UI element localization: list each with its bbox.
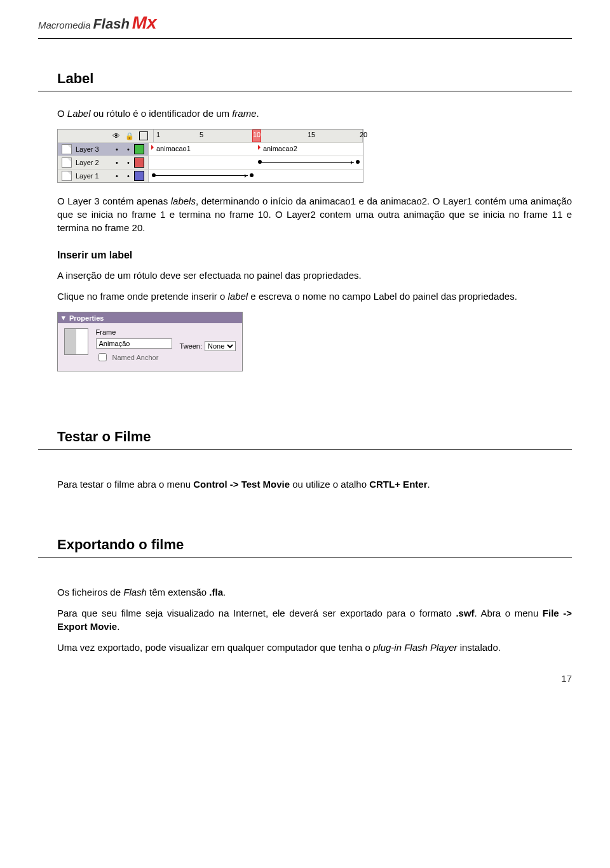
- layer-color-swatch: [134, 144, 144, 154]
- text: ou utilize o atalho: [290, 479, 369, 490]
- tween-select[interactable]: None: [205, 341, 236, 351]
- layer-track: [149, 156, 363, 169]
- subhead-inserir-label: Inserir um label: [57, 250, 572, 261]
- brand-flash: Flash: [93, 16, 129, 32]
- tween-arrow: [262, 162, 354, 163]
- layer-name: Layer 2: [74, 159, 111, 166]
- tween-label: Tween:: [180, 342, 202, 350]
- section-rule: [38, 449, 572, 450]
- page-header: Macromedia Flash Mx: [38, 13, 572, 33]
- italic-frame: frame: [232, 108, 256, 119]
- timeline-header-icons: 👁 🔒: [58, 130, 154, 142]
- brand-mx: Mx: [132, 13, 157, 32]
- keyframe-dot: [356, 160, 360, 164]
- label-intro-paragraph: O Label ou rótulo é o identificador de u…: [57, 107, 572, 120]
- layer-color-swatch: [134, 157, 144, 168]
- text: Para que seu filme seja visualizado na I…: [57, 608, 456, 618]
- text: O: [57, 108, 67, 119]
- inserir-p1: A inserção de um rótulo deve ser efectua…: [57, 269, 572, 282]
- italic-labels: labels: [171, 196, 196, 206]
- lock-dot: •: [123, 145, 134, 153]
- lock-dot: •: [123, 159, 134, 166]
- timeline-screenshot: 👁 🔒 1 5 10 15 20 Layer 3 • •: [57, 129, 363, 183]
- visibility-dot: •: [111, 159, 123, 166]
- ruler-tick: 10: [253, 131, 261, 138]
- timeline-caption-paragraph: O Layer 3 contém apenas labels, determin…: [57, 194, 572, 234]
- frame-label-row: Frame: [96, 328, 172, 336]
- text: .: [427, 479, 430, 490]
- ruler-tick: 20: [360, 131, 367, 138]
- text: e escreva o nome no campo Label do paine…: [248, 291, 517, 302]
- named-anchor-checkbox[interactable]: [98, 353, 107, 361]
- named-anchor-row: Named Anchor: [96, 351, 172, 363]
- section-testar-title: Testar o Filme: [57, 429, 572, 445]
- export-p3: Uma vez exportado, pode visualizar em qu…: [57, 641, 572, 654]
- lock-icon: 🔒: [125, 132, 134, 140]
- frame-label: animacao1: [156, 145, 191, 152]
- export-p2: Para que seu filme seja visualizado na I…: [57, 606, 572, 633]
- frame-label-input[interactable]: [96, 338, 172, 349]
- text: .: [117, 621, 119, 632]
- properties-panel-screenshot: ▾ Properties Frame Named Anchor Tween: N…: [57, 312, 243, 371]
- section-label-title: Label: [57, 70, 572, 87]
- label-flag-icon: [258, 145, 263, 150]
- outline-box-icon: [139, 131, 148, 140]
- ruler-tick: 5: [200, 131, 203, 138]
- bold-swf: .swf: [456, 608, 474, 618]
- eye-icon: 👁: [112, 131, 120, 140]
- testar-paragraph: Para testar o filme abra o menu Control …: [57, 477, 572, 491]
- frame-label: animacao2: [263, 145, 297, 152]
- text: . Abra o menu: [475, 608, 543, 618]
- layer-icon: [62, 157, 72, 168]
- keyframe-dot: [250, 173, 254, 177]
- frame-thumbnail-icon: [64, 328, 88, 355]
- visibility-dot: •: [111, 172, 123, 180]
- section-rule: [38, 91, 572, 91]
- text: Os ficheiros de: [57, 587, 123, 598]
- layer-track: [149, 170, 363, 182]
- italic-label: label: [228, 291, 248, 302]
- timeline-ruler: 1 5 10 15 20: [154, 130, 363, 142]
- section-rule: [38, 557, 572, 558]
- text: Para testar o filme abra o menu: [57, 479, 193, 490]
- lock-dot: •: [123, 172, 134, 180]
- brand-macromedia: Macromedia: [38, 20, 91, 30]
- italic-label: Label: [67, 108, 91, 119]
- header-rule: [38, 38, 572, 39]
- text: Uma vez exportado, pode visualizar em qu…: [57, 642, 373, 653]
- visibility-dot: •: [111, 145, 123, 153]
- text: ou rótulo é o identificador de um: [91, 108, 233, 119]
- bold-ctrl-enter: CRTL+ Enter: [369, 479, 427, 490]
- page-number: 17: [38, 673, 572, 684]
- tween-arrow: [156, 175, 248, 176]
- ruler-tick: 1: [156, 131, 160, 138]
- field-label: Frame: [96, 328, 116, 336]
- italic-flash: Flash: [123, 587, 147, 598]
- layer-color-swatch: [134, 171, 144, 181]
- layer-name: Layer 1: [74, 172, 111, 180]
- layer-icon: [62, 171, 72, 181]
- italic-plugin: plug-in Flash Player: [373, 642, 458, 653]
- text: .: [223, 587, 226, 598]
- text: O Layer 3 contém apenas: [57, 196, 171, 206]
- text: instalado.: [458, 642, 501, 653]
- text: têm extensão: [147, 587, 209, 598]
- bold-control-testmovie: Control -> Test Movie: [193, 479, 290, 490]
- section-exportando-title: Exportando o filme: [57, 537, 572, 553]
- tween-row: Tween: None: [180, 328, 236, 363]
- collapse-triangle-icon: ▾: [62, 314, 65, 322]
- panel-titlebar: ▾ Properties: [58, 312, 242, 323]
- layer-icon: [62, 144, 72, 154]
- text: .: [257, 108, 259, 119]
- panel-title: Properties: [69, 314, 104, 322]
- bold-fla: .fla: [209, 587, 223, 598]
- ruler-tick: 15: [308, 131, 315, 138]
- layer-name: Layer 3: [74, 145, 111, 153]
- checkbox-label: Named Anchor: [112, 354, 159, 361]
- label-flag-icon: [151, 145, 156, 150]
- export-p1: Os ficheiros de Flash têm extensão .fla.: [57, 585, 572, 599]
- layer-track: animacao1 animacao2: [149, 143, 363, 156]
- inserir-p2: Clique no frame onde pretende inserir o …: [57, 290, 572, 303]
- text: Clique no frame onde pretende inserir o: [57, 291, 228, 302]
